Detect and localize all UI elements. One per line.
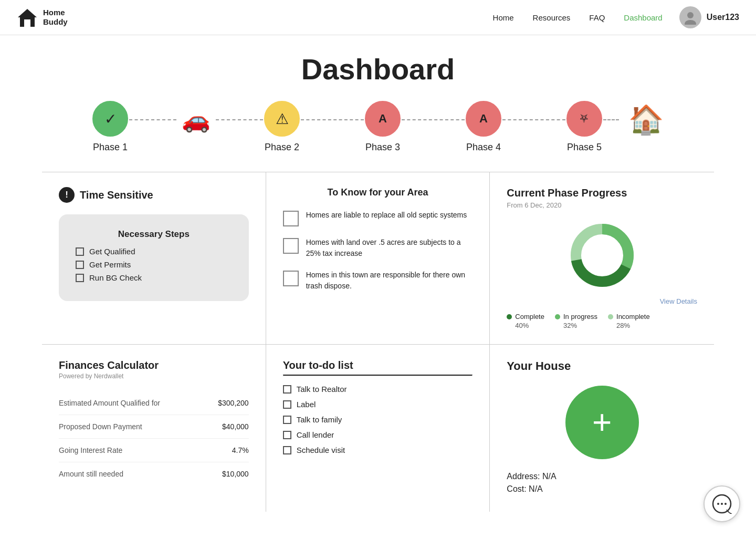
finances-panel: Finances Calculator Powered by Nerdwalle… <box>42 345 266 512</box>
logo-line1: Home <box>43 8 68 17</box>
fin-value-2: $40,000 <box>222 422 249 431</box>
todo-item-2[interactable]: Label <box>283 400 473 409</box>
donut-chart <box>507 219 697 292</box>
complete-pct: 40% <box>507 322 544 329</box>
time-sensitive-panel: ! Time Sensitive Necessary Steps Get Qua… <box>42 172 266 344</box>
connector-3-4 <box>401 119 466 135</box>
complete-label: Complete <box>515 313 544 320</box>
incomplete-label: Incomplete <box>616 313 650 320</box>
view-details-link[interactable]: View Details <box>507 297 697 305</box>
main-content: Dashboard ✓ Phase 1 🚗 ⚠ Phase 2 A Phase … <box>0 35 756 512</box>
legend-complete: Complete 40% <box>507 313 544 329</box>
top-row: ! Time Sensitive Necessary Steps Get Qua… <box>42 172 714 344</box>
nav-faq[interactable]: FAQ <box>589 13 605 22</box>
bottom-row: Finances Calculator Powered by Nerdwalle… <box>42 344 714 512</box>
phase-3-icon: A <box>365 101 401 137</box>
to-know-checkbox-2[interactable] <box>283 238 299 254</box>
in-progress-pct: 32% <box>555 322 597 329</box>
page-title: Dashboard <box>42 35 714 101</box>
fin-row-4: Amount still needed $10,000 <box>59 462 249 485</box>
phase-2[interactable]: ⚠ Phase 2 <box>264 101 300 153</box>
todo-divider <box>283 375 473 376</box>
step-1[interactable]: Get Qualified <box>76 247 232 256</box>
phase-1-label: Phase 1 <box>93 142 128 153</box>
todo-label-1: Talk to Realtor <box>297 385 347 394</box>
todo-title: Your to-do list <box>283 359 473 371</box>
donut-svg <box>565 219 639 292</box>
avatar-icon <box>683 10 698 25</box>
svg-point-11 <box>724 503 727 505</box>
to-know-panel: To Know for your Area Homes are liable t… <box>266 172 490 344</box>
nav-dashboard[interactable]: Dashboard <box>624 13 662 22</box>
phase-5-icon: ⛧ <box>566 101 602 137</box>
line-3 <box>301 119 364 120</box>
chat-button-wrap[interactable] <box>704 485 740 522</box>
phase-5[interactable]: ⛧ Phase 5 <box>566 101 602 153</box>
necessary-steps-title: Necessary Steps <box>76 229 232 240</box>
nav-links: Home Resources FAQ Dashboard <box>493 13 663 22</box>
todo-label-2: Label <box>297 400 316 409</box>
todo-item-1[interactable]: Talk to Realtor <box>283 385 473 394</box>
step-3[interactable]: Run BG Check <box>76 273 232 282</box>
time-sensitive-header: ! Time Sensitive <box>59 187 249 203</box>
checkbox-3[interactable] <box>76 274 84 282</box>
username: User123 <box>707 13 739 22</box>
phase-1[interactable]: ✓ Phase 1 <box>92 101 128 153</box>
to-know-checkbox-1[interactable] <box>283 211 299 226</box>
checkbox-2[interactable] <box>76 261 84 269</box>
step-2-label: Get Permits <box>89 260 131 269</box>
chat-icon <box>712 494 732 514</box>
todo-label-5: Schedule visit <box>297 446 345 454</box>
todo-item-5[interactable]: Schedule visit <box>283 446 473 454</box>
to-know-text-3: Homes in this town are responsible for t… <box>306 270 473 292</box>
nav-resources[interactable]: Resources <box>533 13 571 22</box>
phase-4-icon: A <box>466 101 501 137</box>
house-address: Address: N/A <box>507 472 697 481</box>
svg-rect-1 <box>24 19 30 27</box>
to-know-checkbox-3[interactable] <box>283 271 299 286</box>
fin-value-4: $10,000 <box>222 470 249 478</box>
finances-powered: Powered by Nerdwallet <box>59 373 249 380</box>
phase-4-label: Phase 4 <box>466 142 501 153</box>
fin-row-2: Proposed Down Payment $40,000 <box>59 415 249 439</box>
logo-line2: Buddy <box>43 17 68 27</box>
chat-button[interactable] <box>704 485 740 522</box>
fin-label-4: Amount still needed <box>59 470 123 478</box>
car-icon: 🚗 <box>182 106 211 133</box>
to-know-item-2: Homes with land over .5 acres are subjec… <box>283 237 473 259</box>
to-know-item-1: Homes are liable to replace all old sept… <box>283 210 473 226</box>
todo-panel: Your to-do list Talk to Realtor Label Ta… <box>266 345 490 512</box>
line-4 <box>402 119 465 120</box>
necessary-steps-box: Necessary Steps Get Qualified Get Permit… <box>59 214 249 301</box>
cp-title: Current Phase Progress <box>507 187 697 199</box>
todo-checkbox-5[interactable] <box>283 446 291 454</box>
todo-item-3[interactable]: Talk to family <box>283 415 473 424</box>
phases-bar: ✓ Phase 1 🚗 ⚠ Phase 2 A Phase 3 A <box>42 101 714 153</box>
fin-value-1: $300,200 <box>218 399 248 407</box>
add-house-button[interactable]: + <box>565 386 639 459</box>
your-house-title: Your House <box>507 359 697 373</box>
phase-3[interactable]: A Phase 3 <box>365 101 401 153</box>
to-know-title: To Know for your Area <box>283 187 473 198</box>
todo-checkbox-2[interactable] <box>283 400 291 409</box>
alert-icon: ! <box>59 187 75 203</box>
avatar <box>679 6 701 28</box>
phase-4[interactable]: A Phase 4 <box>466 101 501 153</box>
logo[interactable]: Home Buddy <box>17 7 68 28</box>
line-5 <box>502 119 565 120</box>
house-icon: 🏠 <box>628 103 664 136</box>
svg-point-9 <box>717 503 719 505</box>
todo-item-4[interactable]: Call lender <box>283 430 473 439</box>
to-know-item-3: Homes in this town are responsible for t… <box>283 270 473 292</box>
checkbox-1[interactable] <box>76 247 84 256</box>
todo-checkbox-1[interactable] <box>283 385 291 394</box>
todo-checkbox-3[interactable] <box>283 416 291 424</box>
step-1-label: Get Qualified <box>89 247 135 256</box>
in-progress-label: In progress <box>563 313 597 320</box>
nav-home[interactable]: Home <box>493 13 514 22</box>
fin-row-1: Estimated Amount Qualified for $300,200 <box>59 391 249 415</box>
step-2[interactable]: Get Permits <box>76 260 232 269</box>
todo-checkbox-4[interactable] <box>283 431 291 439</box>
phase-1-icon: ✓ <box>92 101 128 137</box>
house-cost: Cost: N/A <box>507 484 697 494</box>
